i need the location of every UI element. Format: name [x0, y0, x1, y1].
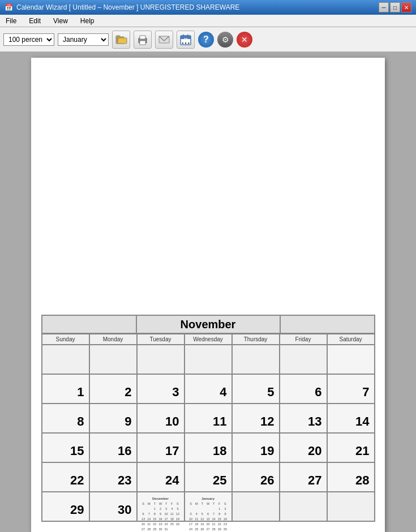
date-number-2: 2 [125, 385, 131, 400]
calendar-cell-3-6[interactable]: 21 [327, 433, 375, 462]
calendar-cell-0-5[interactable] [280, 345, 327, 374]
calendar-week-2: 891011121314 [42, 404, 375, 433]
calendar-cell-2-2[interactable]: 10 [137, 404, 185, 433]
date-number-26: 26 [260, 473, 274, 488]
date-number-18: 18 [213, 444, 226, 458]
month-select[interactable]: January February March April May June Ju… [58, 33, 109, 46]
maximize-button[interactable]: □ [390, 2, 400, 12]
day-name-wednesday: Wednesday [185, 334, 232, 345]
date-number-11: 11 [213, 414, 226, 429]
calendar-cell-0-3[interactable] [185, 345, 232, 374]
calendar: November Sunday Monday Tuesday Wednesday… [41, 315, 375, 522]
calendar-cell-5-6[interactable] [327, 492, 375, 521]
date-number-13: 13 [308, 414, 321, 429]
calendar-cell-1-3[interactable]: 4 [185, 374, 232, 404]
calendar-cell-3-5[interactable]: 20 [280, 433, 327, 462]
calendar-cell-5-0[interactable]: 29 [42, 492, 89, 521]
calendar-cell-1-5[interactable]: 6 [280, 374, 327, 404]
date-number-25: 25 [213, 473, 226, 488]
date-number-19: 19 [260, 444, 274, 458]
calendar-cell-0-4[interactable] [232, 345, 280, 374]
svg-rect-2 [118, 38, 127, 44]
calendar-cell-1-1[interactable]: 2 [89, 374, 137, 404]
calendar-cell-2-5[interactable]: 13 [280, 404, 327, 433]
calendar-cell-5-5[interactable] [280, 492, 327, 521]
svg-rect-5 [140, 36, 145, 39]
calendar-cell-4-0[interactable]: 22 [42, 462, 89, 492]
calendar-cell-0-6[interactable] [327, 345, 375, 374]
date-number-9: 9 [125, 414, 131, 429]
window-controls: ─ □ ✕ [379, 2, 411, 12]
close-window-button[interactable]: ✕ [401, 2, 411, 12]
calendar-cell-1-2[interactable]: 3 [137, 374, 185, 404]
calendar-cell-0-0[interactable] [42, 345, 89, 374]
calendar-cell-2-4[interactable]: 12 [232, 404, 280, 433]
help-button[interactable]: ? [198, 32, 214, 48]
menu-file[interactable]: File [2, 16, 20, 26]
calendar-cell-1-4[interactable]: 5 [232, 374, 280, 404]
calendar-cell-5-4[interactable] [232, 492, 280, 521]
calendar-cell-4-3[interactable]: 25 [185, 462, 232, 492]
calendar-cell-4-2[interactable]: 24 [137, 462, 185, 492]
calendar-cell-4-1[interactable]: 23 [89, 462, 137, 492]
date-number-12: 12 [260, 414, 274, 429]
minimize-button[interactable]: ─ [379, 2, 389, 12]
calendar-cell-3-2[interactable]: 17 [137, 433, 185, 462]
calendar-cell-2-6[interactable]: 14 [327, 404, 375, 433]
calendar-button[interactable]: 19 ● ● ● [177, 31, 195, 49]
svg-rect-6 [140, 41, 145, 45]
date-number-3: 3 [172, 385, 179, 400]
svg-text:● ● ●: ● ● ● [182, 41, 190, 45]
email-button[interactable] [155, 31, 173, 49]
calendar-cell-4-5[interactable]: 27 [280, 462, 327, 492]
calendar-cell-2-1[interactable]: 9 [89, 404, 137, 433]
calendar-cell-1-6[interactable]: 7 [327, 374, 375, 404]
calendar-cell-4-4[interactable]: 26 [232, 462, 280, 492]
calendar-header-right [280, 315, 375, 333]
settings-button[interactable]: ⚙ [217, 32, 233, 48]
calendar-cell-3-4[interactable]: 19 [232, 433, 280, 462]
day-name-saturday: Saturday [327, 334, 375, 345]
date-number-29: 29 [70, 503, 84, 517]
date-number-17: 17 [165, 444, 179, 458]
mini-calendar-5-2: DecemberSMTWTFS1234567891011121314151617… [141, 497, 181, 531]
calendar-cell-5-2[interactable]: DecemberSMTWTFS1234567891011121314151617… [137, 492, 185, 521]
app-icon: 📅 [5, 3, 13, 11]
print-button[interactable] [134, 31, 152, 49]
date-number-30: 30 [118, 503, 131, 517]
day-name-monday: Monday [89, 334, 137, 345]
zoom-select[interactable]: 100 percent 50 percent 75 percent 125 pe… [3, 33, 54, 46]
calendar-cell-1-0[interactable]: 1 [42, 374, 89, 404]
calendar-grid: 1234567891011121314151617181920212223242… [42, 345, 375, 521]
menu-view[interactable]: View [50, 16, 71, 26]
calendar-cell-5-1[interactable]: 30 [89, 492, 137, 521]
calendar-week-5: 2930DecemberSMTWTFS123456789101112131415… [42, 492, 375, 521]
date-number-5: 5 [267, 385, 274, 400]
menu-help[interactable]: Help [77, 16, 98, 26]
date-number-27: 27 [308, 473, 321, 488]
toolbar: 100 percent 50 percent 75 percent 125 pe… [0, 27, 416, 52]
date-number-10: 10 [165, 414, 179, 429]
calendar-header-left [42, 315, 136, 333]
calendar-cell-0-1[interactable] [89, 345, 137, 374]
calendar-header: November [42, 315, 375, 334]
date-number-22: 22 [70, 473, 84, 488]
calendar-day-names: Sunday Monday Tuesday Wednesday Thursday… [42, 334, 375, 345]
calendar-week-3: 15161718192021 [42, 433, 375, 462]
window-title: Calendar Wizard [ Untitled – November ] … [16, 3, 239, 11]
calendar-cell-3-3[interactable]: 18 [185, 433, 232, 462]
calendar-cell-2-3[interactable]: 11 [185, 404, 232, 433]
calendar-cell-2-0[interactable]: 8 [42, 404, 89, 433]
calendar-cell-0-2[interactable] [137, 345, 185, 374]
main-area: November Sunday Monday Tuesday Wednesday… [0, 52, 416, 532]
open-button[interactable] [112, 31, 130, 49]
calendar-cell-3-1[interactable]: 16 [89, 433, 137, 462]
date-number-16: 16 [118, 444, 131, 458]
date-number-24: 24 [165, 473, 179, 488]
close-button[interactable]: ✕ [237, 32, 252, 48]
calendar-cell-4-6[interactable]: 28 [327, 462, 375, 492]
calendar-cell-3-0[interactable]: 15 [42, 433, 89, 462]
menu-edit[interactable]: Edit [25, 16, 44, 26]
day-name-friday: Friday [280, 334, 327, 345]
calendar-cell-5-3[interactable]: JanuarySMTWTFS12345678910111213141516171… [185, 492, 232, 521]
